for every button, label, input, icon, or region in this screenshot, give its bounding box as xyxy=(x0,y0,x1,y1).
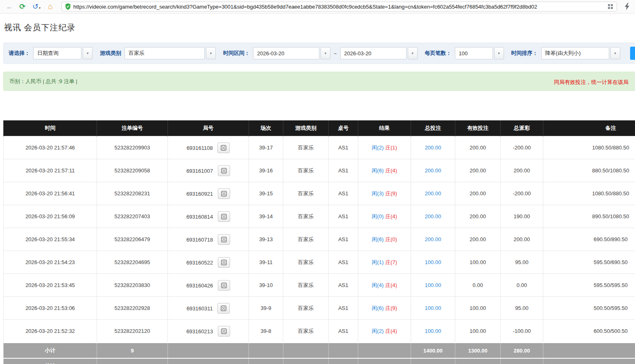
cell-result: 闲(2)庄(4) xyxy=(358,320,411,343)
back-icon[interactable]: ← xyxy=(4,2,15,11)
dice-replay-button[interactable] xyxy=(218,280,230,291)
cell-bet-number: 523282209903 xyxy=(97,136,168,159)
cell-valid-bet: 200.00 xyxy=(455,205,501,228)
page-size-dropdown-button[interactable]: ▾ xyxy=(494,47,504,59)
subtotal-payout: 280.00 xyxy=(501,343,543,358)
cell-game-type: 百家乐 xyxy=(283,136,329,159)
round-number: 693161108 xyxy=(187,145,213,151)
dice-replay-button[interactable] xyxy=(218,211,230,222)
cell-total-bet: 200.00 xyxy=(411,205,455,228)
sort-value[interactable]: 降幂(由大到小) xyxy=(541,47,609,59)
dice-replay-button[interactable] xyxy=(218,188,230,199)
total-bet-link[interactable]: 100.00 xyxy=(425,328,441,334)
cell-payout: 95.00 xyxy=(501,251,543,274)
cell-remark: 890.50/1080.50 xyxy=(543,205,635,228)
dice-replay-button[interactable] xyxy=(217,303,230,314)
date-from-dropdown-button[interactable]: ▾ xyxy=(321,47,330,59)
result-banker: 庄(0) xyxy=(385,236,397,242)
result-banker: 庄(4) xyxy=(385,282,397,288)
cell-result: 闲(1)庄(7) xyxy=(358,251,411,274)
page-size-combo: 100 ▾ xyxy=(455,47,504,59)
cell-game-type: 百家乐 xyxy=(283,228,329,251)
dice-replay-button[interactable] xyxy=(218,165,230,176)
cell-round-number: 693160814 xyxy=(168,205,249,228)
total-bet-link[interactable]: 200.00 xyxy=(425,167,441,174)
total-bet-link[interactable]: 200.00 xyxy=(425,145,441,151)
table-row: 2026-03-20 21:55:34 523282206479 6931607… xyxy=(4,228,635,251)
total-bet-link[interactable]: 100.00 xyxy=(425,282,441,288)
result-banker: 庄(7) xyxy=(385,259,397,265)
address-bar[interactable]: https://videoie.com/game/betrecord_searc… xyxy=(61,2,617,11)
page-size-value[interactable]: 100 xyxy=(455,47,493,59)
result-player: 闲(6) xyxy=(372,305,384,311)
total-total-bet: 1400.00 xyxy=(411,358,455,364)
subtotal-total-bet: 1400.00 xyxy=(411,343,455,358)
cell-total-bet: 200.00 xyxy=(411,182,455,205)
total-bet-link[interactable]: 100.00 xyxy=(425,305,441,311)
total-bet-link[interactable]: 200.00 xyxy=(425,236,441,242)
total-label: 总计 xyxy=(4,358,97,364)
table-row: 2026-03-20 21:56:41 523282208231 6931609… xyxy=(4,182,635,205)
cell-session: 39-17 xyxy=(249,136,283,159)
cell-game-type: 百家乐 xyxy=(283,251,329,274)
query-type-label: 请选择： xyxy=(9,50,30,57)
cell-bet-number: 523282202120 xyxy=(97,320,168,343)
dice-replay-button[interactable] xyxy=(218,234,230,245)
undo-icon[interactable]: ↺▾ xyxy=(30,2,43,11)
sort-combo: 降幂(由大到小) ▾ xyxy=(541,47,620,59)
query-type-value[interactable]: 日期查询 xyxy=(33,47,81,59)
total-row: 总计 9 1400.00 1300.00 280.00 xyxy=(4,358,635,364)
empty-cell xyxy=(358,358,411,364)
cell-game-type: 百家乐 xyxy=(283,205,329,228)
cell-time: 2026-03-20 21:57:11 xyxy=(4,159,97,182)
game-type-dropdown-button[interactable]: ▾ xyxy=(206,47,216,59)
dice-replay-button[interactable] xyxy=(217,142,230,153)
cell-table-number: AS1 xyxy=(329,251,358,274)
game-type-combo: 百家乐 ▾ xyxy=(124,47,216,59)
cell-result: 闲(6)庄(0) xyxy=(358,228,411,251)
refresh-icon[interactable]: ⟳ xyxy=(17,2,28,11)
total-bet-link[interactable]: 200.00 xyxy=(425,213,441,219)
search-button[interactable]: 查询 xyxy=(630,47,635,60)
table-row: 2026-03-20 21:52:32 523282202120 6931602… xyxy=(4,320,635,343)
empty-cell xyxy=(283,358,329,364)
date-from-input[interactable]: 2026-03-20 xyxy=(253,47,319,59)
total-bet-link[interactable]: 100.00 xyxy=(425,259,441,265)
table-row: 2026-03-20 21:53:06 523282202928 6931603… xyxy=(4,297,635,320)
result-banker: 庄(9) xyxy=(385,190,397,197)
date-to-dropdown-button[interactable]: ▾ xyxy=(408,47,418,59)
round-number: 693161007 xyxy=(186,167,213,174)
time-range-label: 时间区间： xyxy=(223,50,250,57)
cell-payout: -200.00 xyxy=(501,182,543,205)
cell-valid-bet: 0.00 xyxy=(455,274,501,297)
round-number: 693160814 xyxy=(186,213,213,219)
cell-remark: 595.50/690.50 xyxy=(543,251,635,274)
extension-grid-icon[interactable] xyxy=(608,4,613,9)
result-banker: 庄(9) xyxy=(385,305,397,311)
sort-dropdown-button[interactable]: ▾ xyxy=(610,47,620,59)
result-player: 闲(6) xyxy=(372,236,384,242)
total-bet-link[interactable]: 200.00 xyxy=(425,190,441,197)
result-banker: 庄(1) xyxy=(385,145,397,151)
query-type-dropdown-button[interactable]: ▾ xyxy=(83,47,93,59)
url-text[interactable]: https://videoie.com/game/betrecord_searc… xyxy=(73,4,605,10)
records-header-row: 时间注单编号局号场次游戏类别桌号结果总投注有效投注总派彩备注 xyxy=(4,120,635,136)
dice-replay-button[interactable] xyxy=(218,257,230,268)
home-icon[interactable]: ⌂ xyxy=(45,2,56,11)
round-number: 693160213 xyxy=(186,328,213,334)
records-totals: 小计 9 1400.00 1300.00 280.00 总计 9 xyxy=(4,343,635,364)
subtotal-count: 9 xyxy=(97,343,168,358)
cell-result: 闲(3)庄(9) xyxy=(358,182,411,205)
cell-table-number: AS1 xyxy=(329,159,358,182)
date-to-input[interactable]: 2026-03-20 xyxy=(340,47,407,59)
dice-replay-button[interactable] xyxy=(218,326,230,337)
lightning-icon[interactable] xyxy=(623,3,631,10)
currency-total-text: 币别：人民币 | 总共 :9 注单 | xyxy=(9,78,77,85)
column-header: 结果 xyxy=(358,120,411,136)
game-type-value[interactable]: 百家乐 xyxy=(124,47,205,59)
undo-dropdown-icon[interactable]: ▾ xyxy=(39,6,41,10)
dice-icon xyxy=(221,328,227,334)
cell-table-number: AS1 xyxy=(329,274,358,297)
cell-session: 39-16 xyxy=(249,159,283,182)
cell-remark: 1080.50/880.50 xyxy=(543,182,635,205)
